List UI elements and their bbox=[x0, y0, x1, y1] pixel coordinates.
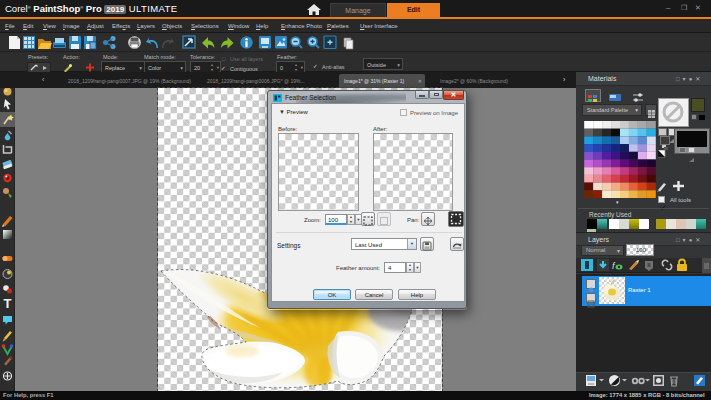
svg-text:T: T bbox=[4, 296, 12, 311]
svg-text:f: f bbox=[612, 261, 616, 271]
